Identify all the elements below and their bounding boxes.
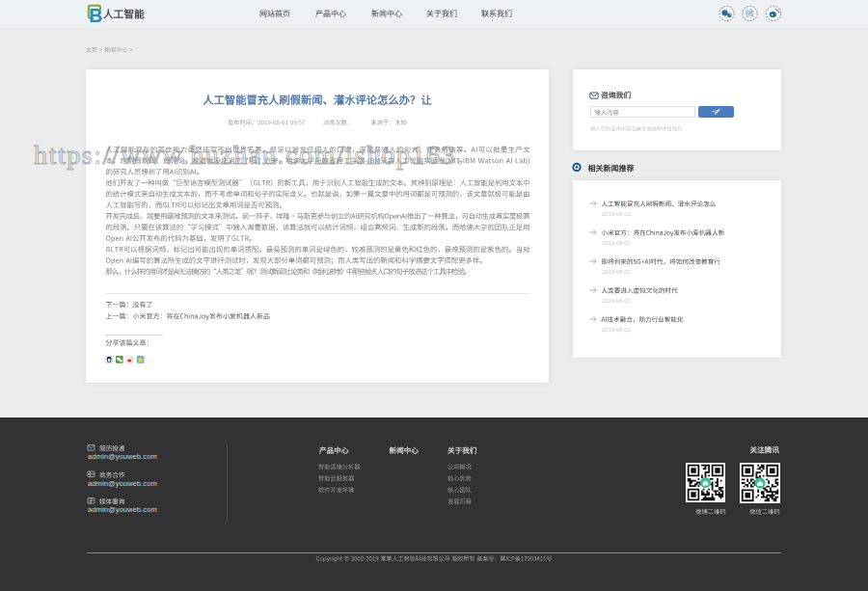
- svg-text:B: B: [89, 5, 102, 26]
